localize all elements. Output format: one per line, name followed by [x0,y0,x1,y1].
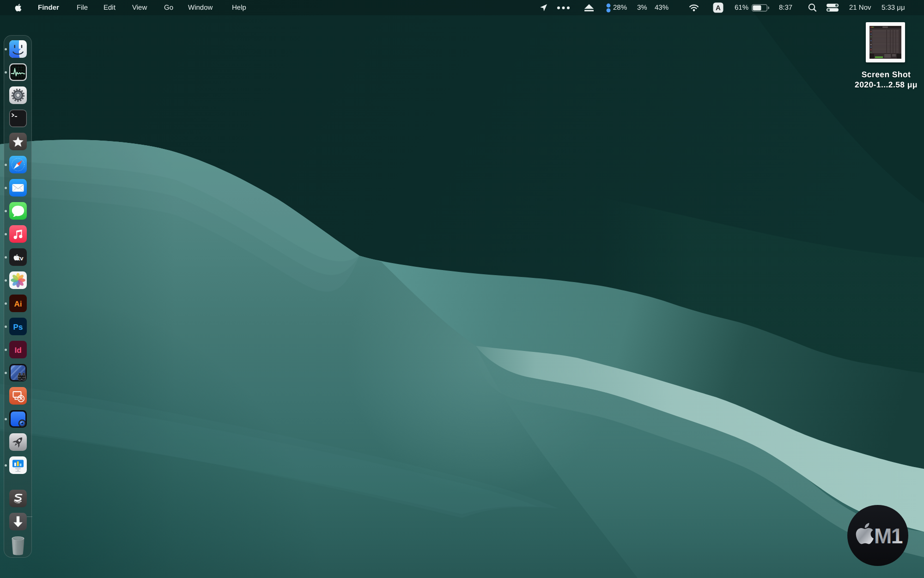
svg-text:M1: M1 [874,524,903,548]
svg-text:tv: tv [18,255,24,262]
svg-text:Id: Id [14,346,21,355]
svg-text:Ps: Ps [13,323,23,332]
svg-text:Ai: Ai [14,300,22,308]
svg-text:A: A [716,4,721,12]
